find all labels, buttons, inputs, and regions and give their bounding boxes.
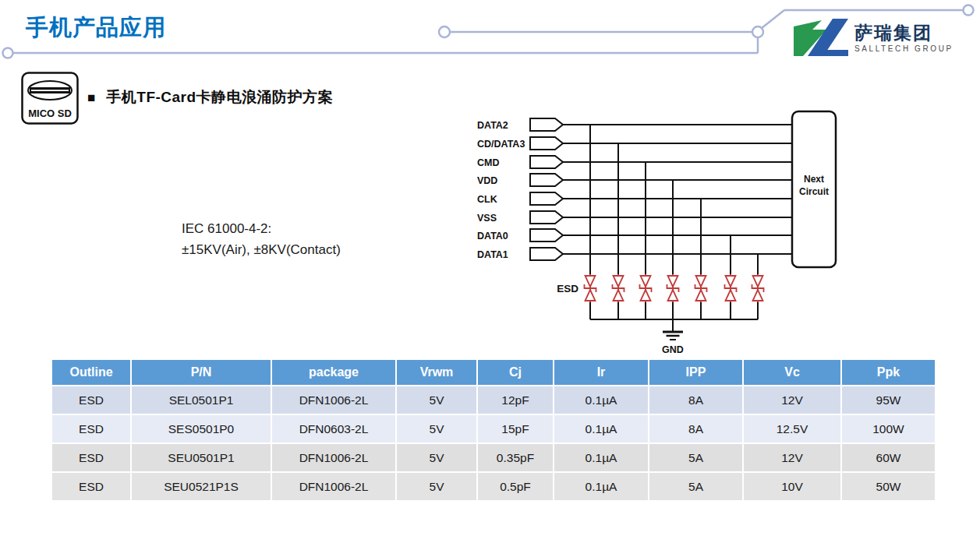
table-cell: 0.35pF (478, 444, 553, 471)
table-header-row: OutlineP/NpackageVrwmCjIrIPPVcPpk (52, 360, 935, 385)
gnd-label: GND (662, 344, 684, 355)
signal-connector (530, 248, 563, 260)
esd-diode (641, 290, 651, 301)
signal-connector (530, 137, 563, 150)
signal-label: DATA0 (477, 231, 508, 242)
table-cell: 0.1µA (554, 386, 648, 414)
signal-label: VDD (477, 175, 497, 186)
table-cell: 5V (397, 415, 476, 442)
column-header: P/N (132, 360, 271, 385)
column-header: Vc (744, 360, 840, 385)
slide-page: 手机产品应用 DATA2CD/DATA3CMDVDDCLKVSSDATA0DAT… (0, 0, 980, 550)
table-cell: ESD (52, 444, 130, 471)
signal-label: DATA1 (477, 249, 508, 260)
company-logo: 萨瑞集团 SALLTECH GROUP (792, 19, 953, 56)
signal-connector (530, 118, 563, 131)
table-cell: 0.5pF (478, 473, 553, 500)
logo-en-name: SALLTECH GROUP (854, 44, 953, 53)
table-cell: 95W (842, 386, 935, 414)
esd-diode (696, 290, 706, 301)
table-cell: DFN1006-2L (272, 386, 395, 414)
column-header: Ir (554, 360, 648, 385)
next-circuit-label: Circuit (799, 186, 829, 197)
table-cell: 12pF (478, 386, 553, 414)
esd-diode (753, 290, 763, 301)
table-row: ESDSES0501P0DFN0603-2L5V15pF0.1µA8A12.5V… (52, 415, 935, 442)
esd-diode (726, 276, 736, 287)
table-cell: 0.1µA (554, 473, 648, 500)
table-cell: ESD (52, 473, 130, 500)
esd-diode (668, 276, 678, 287)
signal-label: CD/DATA3 (477, 139, 525, 150)
table-cell: 0.1µA (554, 415, 648, 442)
table-cell: ESD (52, 415, 130, 442)
table-cell: 50W (842, 473, 935, 500)
logo-cn-name: 萨瑞集团 (854, 23, 953, 43)
esd-diode (726, 290, 736, 301)
table-row: ESDSEL0501P1DFN1006-2L5V12pF0.1µA8A12V95… (52, 386, 935, 414)
table-cell: SEL0501P1 (132, 386, 271, 414)
table-cell: DFN0603-2L (272, 415, 395, 442)
column-header: IPP (649, 360, 742, 385)
column-header: Vrwm (397, 360, 476, 385)
column-header: Ppk (842, 360, 935, 385)
table-cell: SEU0501P1 (132, 444, 271, 471)
column-header: Outline (52, 360, 130, 385)
esd-diode (668, 290, 678, 301)
esd-diode (614, 290, 624, 301)
signal-connector (530, 192, 563, 205)
signal-connector (530, 229, 563, 242)
table-cell: 5A (649, 473, 742, 500)
esd-label: ESD (557, 283, 578, 294)
iec-standard-note: IEC 61000-4-2: ±15KV(Air), ±8KV(Contact) (182, 218, 341, 260)
column-header: package (272, 360, 395, 385)
table-cell: 12V (744, 444, 840, 471)
esd-diode (614, 276, 624, 287)
table-row: ESDSEU0501P1DFN1006-2L5V0.35pF0.1µA5A12V… (52, 444, 935, 471)
esd-parts-spec-table: OutlineP/NpackageVrwmCjIrIPPVcPpkESDSEL0… (51, 358, 936, 502)
signal-connector (530, 174, 563, 186)
iec-standard-line1: IEC 61000-4-2: (182, 218, 341, 239)
table-cell: 8A (649, 415, 742, 442)
esd-diode (586, 276, 596, 287)
table-cell: 10V (744, 473, 840, 500)
bullet-square-icon: ■ (87, 90, 95, 105)
table-cell: 15pF (478, 415, 553, 442)
iec-standard-line2: ±15KV(Air), ±8KV(Contact) (182, 239, 341, 260)
table-cell: 0.1µA (554, 444, 648, 471)
micro-sd-label: MICO SD (28, 108, 72, 119)
table-cell: 5V (397, 473, 476, 500)
table-cell: 5V (397, 444, 476, 471)
esd-diode (753, 276, 763, 287)
table-cell: 60W (842, 444, 935, 471)
section-heading-label: 手机TF-Card卡静电浪涌防护方案 (106, 87, 333, 108)
table-cell: SEU0521P1S (132, 473, 271, 500)
esd-diode (586, 290, 596, 301)
table-cell: SES0501P0 (132, 415, 271, 442)
section-heading: ■ 手机TF-Card卡静电浪涌防护方案 (87, 87, 333, 108)
table-cell: 5A (649, 444, 742, 471)
table-row: ESDSEU0521P1SDFN1006-2L5V0.5pF0.1µA5A10V… (52, 473, 935, 500)
signal-label: CLK (477, 194, 497, 205)
signal-connector (530, 156, 563, 168)
table-cell: 12V (744, 386, 840, 414)
table-cell: DFN1006-2L (272, 473, 395, 500)
column-header: Cj (478, 360, 553, 385)
table-cell: DFN1006-2L (272, 444, 395, 471)
esd-diode (641, 276, 651, 287)
signal-label: DATA2 (477, 120, 508, 131)
table-cell: 8A (649, 386, 742, 414)
signal-label: VSS (477, 213, 497, 224)
signal-label: CMD (477, 157, 499, 168)
table-cell: 5V (397, 386, 476, 414)
table-cell: 12.5V (744, 415, 840, 442)
salltech-logo-mark (792, 19, 848, 56)
table-cell: ESD (52, 386, 130, 414)
next-circuit-label: Next (804, 174, 824, 185)
table-cell: 100W (842, 415, 935, 442)
signal-connector (530, 211, 563, 224)
micro-sd-icon: MICO SD (21, 72, 79, 125)
esd-diode (696, 276, 706, 287)
